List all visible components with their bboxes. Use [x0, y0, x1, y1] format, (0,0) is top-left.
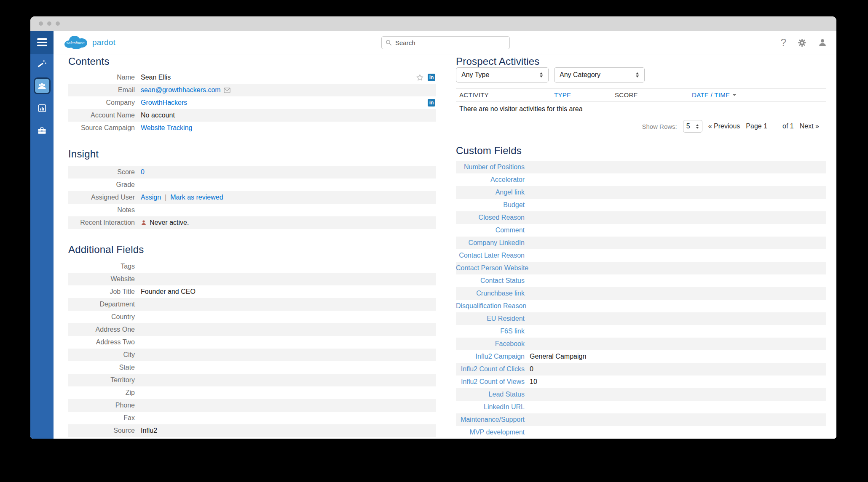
field-value: GrowthHackers	[141, 99, 428, 107]
salesforce-cloud-logo: salesforce	[64, 34, 90, 51]
hamburger-menu-button[interactable]	[30, 31, 54, 54]
field-label: Address Two	[68, 338, 135, 346]
field-row: Source CampaignWebsite Tracking	[68, 122, 436, 134]
linkedin-icon[interactable]: in	[428, 99, 435, 107]
activity-type-select[interactable]: Any Type	[456, 67, 549, 83]
additional-field-list: TagsWebsiteJob TitleFounder and CEODepar…	[68, 260, 436, 437]
activity-filters: Any Type Any Category	[456, 67, 645, 83]
contents-field-list: NameSean EllisinEmailsean@growthhackers.…	[68, 71, 436, 134]
custom-fields-section-title: Custom Fields	[456, 144, 522, 157]
activity-empty-message: There are no visitor activities for this…	[459, 105, 583, 113]
custom-field-link[interactable]: Influ2 Count of Clicks	[456, 365, 525, 373]
previous-page-button[interactable]: « Previous	[708, 122, 740, 130]
show-rows-select[interactable]: 5	[683, 120, 702, 133]
field-label: Score	[68, 168, 135, 176]
custom-field-link[interactable]: Angel link	[456, 189, 525, 196]
field-link[interactable]: Website Tracking	[141, 124, 192, 132]
sidebar-item-automation[interactable]	[34, 55, 51, 72]
field-label: Company	[68, 99, 135, 107]
column-header-date-time[interactable]: DATE / TIME	[692, 91, 826, 99]
custom-field-link[interactable]: Comment	[456, 226, 525, 234]
field-label: City	[68, 351, 135, 359]
field-label: Notes	[68, 206, 135, 214]
field-row: Crunchbase link	[456, 287, 826, 300]
field-row: EU Resident	[456, 312, 826, 325]
additional-fields-section-title: Additional Fields	[68, 243, 144, 256]
custom-field-link[interactable]: Closed Reason	[456, 214, 525, 221]
field-row: Budget	[456, 199, 826, 211]
select-stepper-icon	[539, 72, 543, 78]
field-row: Phone	[68, 399, 436, 412]
custom-field-link[interactable]: Contact Person Website	[456, 264, 525, 272]
select-stepper-icon	[696, 124, 699, 129]
field-row: Contact Person Website	[456, 262, 826, 274]
show-rows-value: 5	[686, 122, 690, 130]
sidebar-item-prospects[interactable]	[34, 77, 51, 94]
column-header-type[interactable]: TYPE	[554, 91, 615, 99]
custom-field-link[interactable]: Number of Positions	[456, 163, 525, 171]
field-row: Emailsean@growthhackers.com	[68, 84, 436, 96]
window-close-button[interactable]	[39, 21, 43, 26]
field-value: Website Tracking	[141, 124, 436, 132]
gear-icon[interactable]	[797, 38, 807, 48]
sidebar-item-marketing[interactable]	[34, 122, 51, 139]
custom-field-link[interactable]: MVP development	[456, 429, 525, 436]
field-row: Country	[68, 311, 436, 323]
star-icon[interactable]	[416, 74, 424, 82]
field-link[interactable]: GrowthHackers	[141, 99, 187, 107]
custom-field-link[interactable]: F6S link	[456, 328, 525, 335]
field-row: Facebook	[456, 338, 826, 350]
field-label: Territory	[68, 376, 135, 384]
custom-field-link[interactable]: Influ2 Count of Views	[456, 378, 525, 386]
custom-field-link[interactable]: Lead Status	[456, 391, 525, 398]
custom-field-link[interactable]: Maintenance/Support	[456, 416, 525, 423]
field-value: 10	[530, 378, 826, 386]
envelope-icon[interactable]	[224, 88, 230, 93]
field-row: Job TitleFounder and CEO	[68, 285, 436, 298]
field-label: Department	[68, 301, 135, 308]
activity-category-value: Any Category	[560, 71, 600, 79]
activity-category-select[interactable]: Any Category	[554, 67, 645, 83]
field-label: Source Campaign	[68, 124, 135, 132]
custom-field-link[interactable]: Budget	[456, 201, 525, 209]
next-page-button[interactable]: Next »	[800, 122, 819, 130]
field-value: 0	[530, 365, 826, 373]
field-link[interactable]: 0	[141, 168, 145, 176]
custom-field-link[interactable]: Facebook	[456, 340, 525, 348]
contents-section-title: Contents	[68, 55, 110, 68]
field-text: Founder and CEO	[141, 288, 196, 296]
page-total: of 1	[782, 122, 794, 130]
custom-field-link[interactable]: Influ2 Campaign	[456, 353, 525, 360]
custom-field-link[interactable]: Company LinkedIn	[456, 239, 525, 247]
field-row: LinkedIn URL	[456, 401, 826, 413]
custom-field-link[interactable]: EU Resident	[456, 315, 525, 322]
field-row: Notes	[68, 204, 436, 216]
search-input[interactable]	[381, 36, 510, 49]
custom-field-link[interactable]: Crunchbase link	[456, 290, 525, 297]
field-row: Score0	[68, 166, 436, 178]
field-label: Phone	[68, 402, 135, 409]
custom-field-link[interactable]: Contact Later Reason	[456, 252, 525, 259]
custom-field-link[interactable]: LinkedIn URL	[456, 403, 525, 411]
user-icon[interactable]	[818, 38, 827, 47]
field-link[interactable]: sean@growthhackers.com	[141, 86, 221, 94]
custom-field-link[interactable]: Accelerator	[456, 176, 525, 184]
field-row: Website	[68, 273, 436, 285]
insight-field-list: Score0GradeAssigned UserAssign|Mark as r…	[68, 166, 436, 229]
help-icon[interactable]: ?	[781, 37, 786, 48]
field-row: State	[68, 361, 436, 374]
custom-field-link[interactable]: Disqualification Reason	[456, 302, 525, 310]
field-row: Contact Status	[456, 274, 826, 287]
field-label: Tags	[68, 263, 135, 270]
custom-field-list: Number of PositionsAcceleratorAngel link…	[456, 161, 826, 439]
sidebar-item-reports[interactable]	[34, 100, 51, 117]
window-minimize-button[interactable]	[47, 21, 51, 26]
salesforce-pardot-logo: salesforce pardot	[64, 34, 115, 51]
linkedin-icon[interactable]: in	[428, 74, 435, 81]
field-link[interactable]: Assign	[141, 194, 161, 201]
custom-field-link[interactable]: Contact Status	[456, 277, 525, 285]
field-label: Country	[68, 313, 135, 321]
window-zoom-button[interactable]	[56, 21, 60, 26]
field-link[interactable]: Mark as reviewed	[170, 194, 223, 201]
wand-icon	[37, 59, 47, 69]
